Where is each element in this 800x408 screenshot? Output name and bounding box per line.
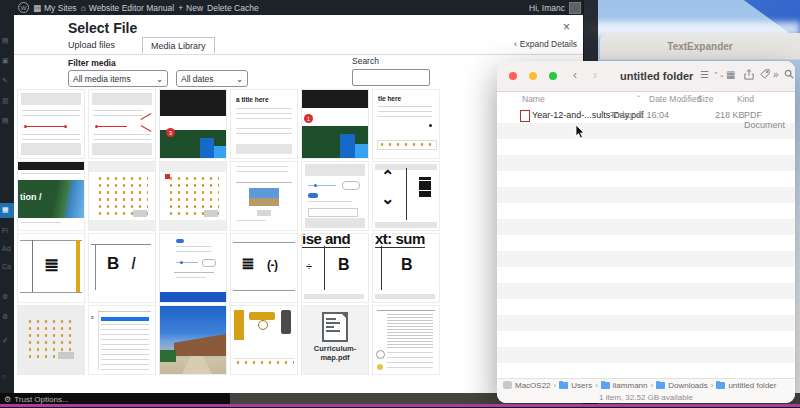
thumb-art: ≡ xyxy=(91,314,94,320)
media-item[interactable]: a title here xyxy=(231,90,297,158)
sidebar-icon[interactable]: ▤ xyxy=(2,117,9,125)
media-item[interactable] xyxy=(302,162,368,230)
group-view-icon[interactable]: ▦ xyxy=(726,69,735,80)
column-date[interactable]: Date Modified xyxy=(649,94,701,104)
path-item[interactable]: untitled folder xyxy=(728,381,776,390)
path-item[interactable]: Downloads xyxy=(668,381,708,390)
gear-icon[interactable]: ⚙ xyxy=(2,313,8,321)
file-row[interactable]: Year-12-and-...sults-Day.pdf Today at 16… xyxy=(497,107,795,123)
wordpress-logo-icon[interactable]: W xyxy=(18,2,29,13)
sidebar-icon[interactable]: ▥ xyxy=(2,97,9,105)
media-item[interactable] xyxy=(231,306,297,374)
column-kind[interactable]: Kind xyxy=(737,94,754,104)
finder-path-bar: MacOS22 › Users › liammann › Downloads ›… xyxy=(497,378,795,391)
media-item[interactable] xyxy=(160,234,226,302)
zoom-traffic-light[interactable] xyxy=(549,72,557,80)
tab-upload-files[interactable]: Upload files xyxy=(60,37,123,53)
admin-bar-delete-cache[interactable]: Delete Cache xyxy=(207,3,259,13)
minimize-traffic-light[interactable] xyxy=(529,72,537,80)
bold-icon: B xyxy=(107,254,119,274)
thumb-art xyxy=(89,220,155,230)
folder-icon xyxy=(716,382,725,389)
media-item[interactable]: tion / xyxy=(18,162,84,230)
media-item[interactable] xyxy=(160,162,226,230)
thumb-art xyxy=(324,246,325,290)
media-item[interactable] xyxy=(160,306,226,374)
sidebar-text[interactable]: Ad xyxy=(2,245,11,253)
tab-media-library[interactable]: Media Library xyxy=(142,37,215,54)
step-badge: 3 xyxy=(166,128,175,137)
media-item[interactable] xyxy=(89,162,155,230)
more-toolbar-icon[interactable]: » xyxy=(773,69,779,80)
media-item[interactable]: 3 xyxy=(160,90,226,158)
close-traffic-light[interactable] xyxy=(509,72,517,80)
media-item[interactable] xyxy=(89,90,155,158)
path-separator: › xyxy=(651,381,654,390)
thumb-photo xyxy=(249,188,279,206)
search-icon[interactable] xyxy=(784,69,794,81)
forward-button[interactable]: › xyxy=(593,68,597,82)
thumb-headline: ise and xyxy=(302,234,350,248)
thumb-art xyxy=(21,143,81,155)
media-item[interactable]: tle here xyxy=(373,90,439,158)
thumb-art xyxy=(326,330,340,332)
pdf-filename-line2: map.pdf xyxy=(302,353,368,362)
media-item[interactable]: xt: sum B xyxy=(373,234,439,302)
thumb-art xyxy=(419,177,431,180)
search-icon[interactable]: ○ xyxy=(2,373,6,381)
back-button[interactable]: ‹ xyxy=(573,68,577,82)
media-item[interactable]: ≣ (-) xyxy=(231,234,297,302)
path-separator: › xyxy=(711,381,714,390)
thumb-art xyxy=(355,144,368,158)
sidebar-icon[interactable]: ▤ xyxy=(2,37,9,45)
media-item[interactable] xyxy=(373,306,439,374)
media-item[interactable]: B I xyxy=(89,234,155,302)
sidebar-text[interactable]: Ca xyxy=(2,263,11,271)
step-badge: 1 xyxy=(304,114,313,123)
thumb-art xyxy=(340,134,355,158)
thumb-art xyxy=(99,311,151,312)
admin-bar-site-name[interactable]: ⌂ Website Editor Manual xyxy=(81,3,175,13)
media-item[interactable]: ⌃ ⌄ xyxy=(373,162,439,230)
sort-caret-icon: ˆ xyxy=(637,94,640,104)
sidebar-text[interactable]: Fi xyxy=(2,227,8,235)
sidebar-icon[interactable]: ✎ xyxy=(2,77,8,85)
thumb-art xyxy=(20,240,82,241)
sort-toggle-icon[interactable]: ⌃⌄ xyxy=(713,71,725,79)
media-item[interactable] xyxy=(18,90,84,158)
thumb-art xyxy=(236,166,288,176)
column-size[interactable]: Size xyxy=(697,94,714,104)
media-type-select[interactable]: All media items ⌄ xyxy=(68,70,168,87)
path-item[interactable]: Users xyxy=(571,381,592,390)
finder-status-bar: 1 item, 32.52 GB available xyxy=(497,391,795,403)
media-item[interactable]: ≡ xyxy=(89,306,155,374)
media-item[interactable]: ise and ÷ B xyxy=(302,234,368,302)
path-item[interactable]: liammann xyxy=(613,381,648,390)
search-input[interactable] xyxy=(352,69,430,86)
thumb-art xyxy=(176,277,206,281)
close-icon[interactable]: × xyxy=(563,20,570,34)
admin-bar-my-sites[interactable]: ▦ My Sites xyxy=(33,3,77,13)
media-item-pdf[interactable]: Curriculum- map.pdf xyxy=(302,306,368,374)
path-item[interactable]: MacOS22 xyxy=(515,381,551,390)
media-item[interactable]: ≣ xyxy=(18,234,84,302)
thumb-art xyxy=(378,106,432,120)
thumb-art xyxy=(160,90,226,116)
media-item[interactable] xyxy=(231,162,297,230)
list-view-icon[interactable]: ☰ xyxy=(700,69,709,80)
admin-bar-new[interactable]: + New xyxy=(178,3,203,13)
admin-bar-account[interactable]: Hi, Imanc xyxy=(529,2,584,14)
share-icon[interactable] xyxy=(744,69,754,82)
date-filter-select[interactable]: All dates ⌄ xyxy=(176,70,248,87)
gear-icon[interactable]: ⚙ xyxy=(2,293,8,301)
media-item[interactable] xyxy=(18,306,84,374)
tag-icon[interactable] xyxy=(760,69,770,81)
sidebar-icon[interactable]: ▣ xyxy=(2,57,9,65)
thumb-art xyxy=(95,244,96,290)
tool-icon[interactable]: ✐ xyxy=(2,337,8,345)
column-name[interactable]: Name xyxy=(522,94,545,104)
selected-row xyxy=(101,317,149,321)
media-item[interactable]: 1 xyxy=(302,90,368,158)
expand-details-link[interactable]: ‹ Expand Details xyxy=(514,39,577,49)
textexpander-window-titlebar[interactable]: TextExpander xyxy=(600,33,800,60)
